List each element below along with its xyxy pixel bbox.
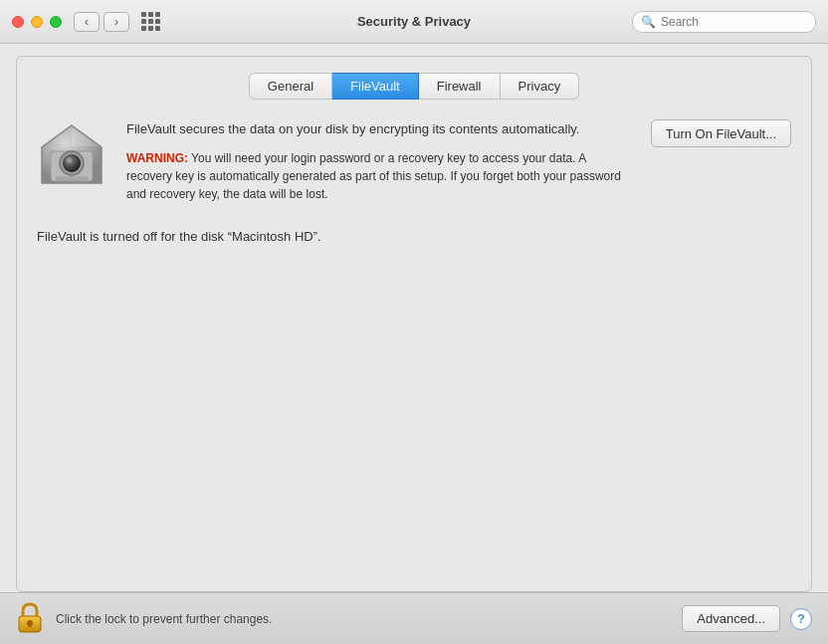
filevault-description-area: FileVault secures the data on your disk … [126,119,631,203]
warning-paragraph: WARNING: You will need your login passwo… [126,149,631,203]
close-button[interactable] [12,16,24,28]
filevault-panel: FileVault secures the data on your disk … [37,119,791,575]
advanced-button[interactable]: Advanced... [682,605,780,632]
bottom-bar: Click the lock to prevent further change… [0,592,828,644]
svg-rect-6 [56,177,88,180]
grid-icon [141,12,160,31]
svg-point-5 [66,157,72,163]
traffic-lights [12,16,62,28]
tab-firewall[interactable]: Firewall [419,73,501,100]
panel-area: General FileVault Firewall Privacy [16,56,812,592]
forward-button[interactable]: › [104,12,129,32]
back-button[interactable]: ‹ [74,12,100,32]
minimize-button[interactable] [31,16,43,28]
warning-label: WARNING: [126,151,188,165]
window-title: Security & Privacy [357,14,471,29]
search-bar[interactable]: 🔍 [632,11,816,33]
vault-icon-container [37,119,106,192]
grid-menu-button[interactable] [137,9,163,35]
search-icon: 🔍 [641,15,656,29]
filevault-icon [37,119,106,189]
warning-text: You will need your login password or a r… [126,151,621,201]
tab-general[interactable]: General [249,73,332,100]
search-input[interactable] [661,15,807,29]
main-content: General FileVault Firewall Privacy [0,44,828,644]
filevault-status: FileVault is turned off for the disk “Ma… [37,229,791,244]
maximize-button[interactable] [50,16,62,28]
filevault-description: FileVault secures the data on your disk … [126,119,631,139]
turn-on-filevault-button[interactable]: Turn On FileVault... [651,119,791,147]
tab-filevault[interactable]: FileVault [332,73,419,100]
nav-buttons: ‹ › [74,12,129,32]
help-button[interactable]: ? [790,608,812,630]
tab-privacy[interactable]: Privacy [501,73,580,100]
lock-icon[interactable] [16,601,46,636]
lock-label: Click the lock to prevent further change… [56,612,672,626]
lock-svg [16,601,44,635]
tabs: General FileVault Firewall Privacy [37,73,791,100]
title-bar: ‹ › Security & Privacy 🔍 [0,0,828,44]
filevault-info: FileVault secures the data on your disk … [37,119,791,203]
svg-point-4 [63,154,81,172]
svg-rect-9 [29,623,32,627]
